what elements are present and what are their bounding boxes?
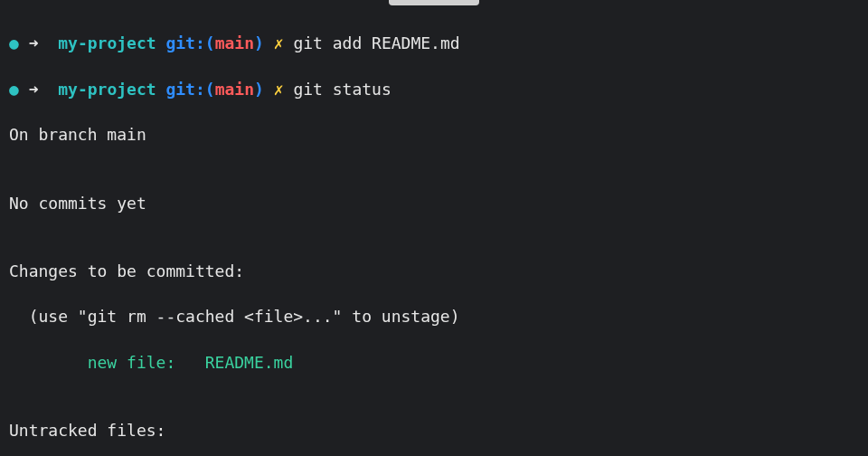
staged-file: README.md xyxy=(205,353,294,372)
output-line: Untracked files: xyxy=(9,419,859,442)
arrow-icon: ➜ xyxy=(29,80,39,99)
status-bullet-icon: ● xyxy=(9,33,19,52)
git-label: git: xyxy=(165,80,204,99)
output-line: On branch main xyxy=(9,123,859,146)
paren-close: ) xyxy=(254,80,264,99)
command-text: git status xyxy=(293,80,391,99)
command-text: git add README.md xyxy=(293,33,459,52)
staged-label: new file: xyxy=(9,353,205,372)
terminal-viewport[interactable]: ● ➜ my-project git:(main) ✗ git add READ… xyxy=(0,0,868,456)
dirty-icon: ✗ xyxy=(274,33,284,52)
window-drag-handle[interactable] xyxy=(389,0,479,5)
git-label: git: xyxy=(165,33,204,52)
paren-open: ( xyxy=(205,33,215,52)
dirty-icon: ✗ xyxy=(274,80,284,99)
arrow-icon: ➜ xyxy=(29,33,39,52)
prompt-line-1: ● ➜ my-project git:(main) ✗ git add READ… xyxy=(9,32,859,54)
output-line: (use "git rm --cached <file>..." to unst… xyxy=(9,305,859,328)
prompt-line-2: ● ➜ my-project git:(main) ✗ git status xyxy=(9,78,859,100)
branch-name: main xyxy=(215,80,254,99)
paren-close: ) xyxy=(254,33,264,52)
cwd: my-project xyxy=(58,33,156,52)
output-line: Changes to be committed: xyxy=(9,260,859,282)
status-bullet-icon: ● xyxy=(9,80,19,99)
output-line: new file: README.md xyxy=(9,351,859,374)
cwd: my-project xyxy=(58,80,156,99)
output-line: No commits yet xyxy=(9,192,859,214)
paren-open: ( xyxy=(205,80,215,99)
branch-name: main xyxy=(215,33,254,52)
